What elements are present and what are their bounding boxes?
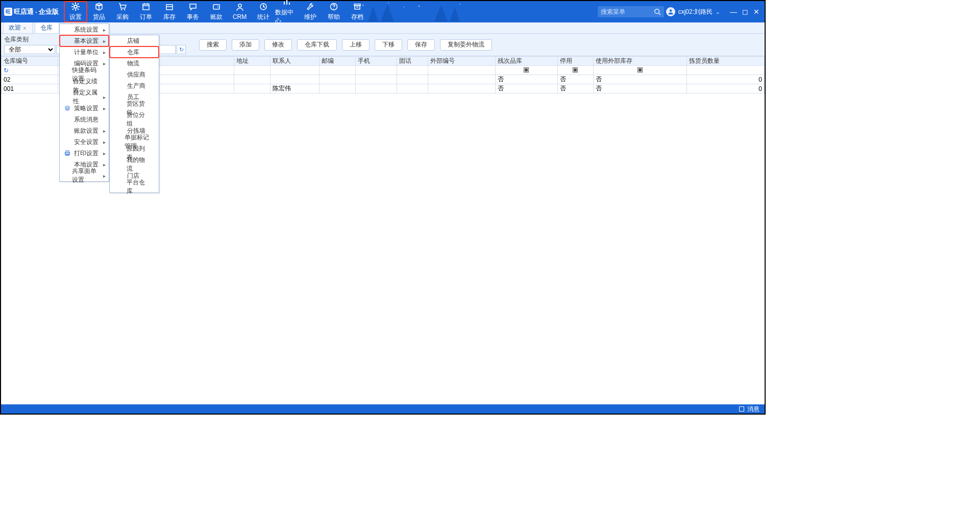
menu-item-label: 仓库 — [127, 48, 139, 57]
reload-name-button[interactable]: ↻ — [177, 45, 186, 54]
col-外部编号[interactable]: 外部编号 — [428, 57, 496, 66]
filter-cell[interactable] — [687, 66, 764, 75]
menu-订单[interactable]: 订单 — [134, 1, 158, 22]
menu-item-label: 策略设置 — [74, 104, 99, 113]
svg-point-24 — [669, 10, 672, 12]
menu-帮助[interactable]: 帮助 — [322, 1, 346, 22]
filter-cell[interactable] — [356, 66, 397, 75]
window-buttons: — ◻ ✕ — [725, 1, 765, 22]
menu-item-共享面单设置[interactable]: 共享面单设置▸ — [60, 170, 109, 181]
menu-采购[interactable]: 采购 — [111, 1, 134, 22]
cell: 否 — [557, 84, 594, 93]
menu-设置[interactable]: 设置 — [64, 1, 87, 22]
btn-保存[interactable]: 保存 — [407, 39, 435, 51]
cell: 001 — [2, 84, 58, 93]
menu-库存[interactable]: 库存 — [158, 1, 181, 22]
menu-货品[interactable]: 货品 — [87, 1, 111, 22]
svg-point-7 — [238, 4, 241, 7]
col-拣货员数量[interactable]: 拣货员数量 — [687, 57, 764, 66]
cube-icon — [95, 3, 103, 12]
reload-icon[interactable]: ↻ — [4, 67, 9, 74]
menu-item-计量单位[interactable]: 计量单位▸ — [60, 46, 109, 58]
menu-item-label: 系统消息 — [74, 115, 99, 124]
col-仓库编号[interactable]: 仓库编号 — [2, 57, 58, 66]
user-box[interactable]: cxj02:刘路民 ⌄ — [666, 1, 720, 22]
menu-item-打印设置[interactable]: 打印设置▸ — [60, 148, 109, 159]
menu-事务[interactable]: 事务 — [181, 1, 205, 22]
filter-cell[interactable] — [271, 66, 320, 75]
menu-维护[interactable]: 维护 — [299, 1, 322, 22]
close-button[interactable]: ✕ — [753, 8, 760, 16]
filter-cell[interactable] — [428, 66, 496, 75]
filter-cell[interactable] — [320, 66, 356, 75]
menu-item-生产商[interactable]: 生产商 — [110, 80, 159, 91]
col-使用外部库存[interactable]: 使用外部库存 — [594, 57, 687, 66]
menu-item-物流[interactable]: 物流 — [110, 58, 159, 69]
menu-item-label: 打印设置 — [74, 149, 99, 158]
col-地址[interactable]: 地址 — [234, 57, 271, 66]
search-icon[interactable] — [654, 8, 661, 15]
col-固话[interactable]: 固话 — [397, 57, 428, 66]
checkbox-indeterminate-icon[interactable] — [573, 67, 578, 73]
chevron-right-icon: ▸ — [103, 139, 106, 145]
menu-item-平台仓库[interactable]: 平台仓库 — [110, 181, 159, 192]
menu-item-仓库[interactable]: 仓库 — [110, 46, 159, 58]
filter-cell[interactable] — [594, 66, 687, 75]
col-停用[interactable]: 停用 — [557, 57, 594, 66]
menu-item-账款设置[interactable]: 账款设置▸ — [60, 125, 109, 136]
menu-item-label: 物流 — [127, 59, 139, 68]
filter-cell[interactable] — [495, 66, 557, 75]
btn-复制委外物流[interactable]: 复制委外物流 — [440, 39, 492, 51]
filter-cell[interactable] — [557, 66, 594, 75]
col-邮编[interactable]: 邮编 — [320, 57, 356, 66]
col-联系人[interactable]: 联系人 — [271, 57, 320, 66]
btn-下移[interactable]: 下移 — [375, 39, 402, 51]
decorative-trees-icon — [358, 1, 470, 22]
wrench-icon — [306, 3, 314, 12]
menu-item-系统设置[interactable]: 系统设置▸ — [60, 24, 109, 35]
menu-CRM[interactable]: CRM — [228, 1, 252, 22]
menu-item-策略设置[interactable]: 策略设置▸ — [60, 103, 109, 114]
chevron-right-icon: ▸ — [103, 106, 106, 111]
filter-type-select[interactable]: 全部 — [4, 45, 55, 54]
minimize-button[interactable]: — — [730, 8, 737, 16]
menu-item-自定义属性[interactable]: 自定义属性▸ — [60, 91, 109, 103]
cart-icon — [118, 3, 127, 12]
menu-item-基本设置[interactable]: 基本设置▸ — [60, 35, 109, 46]
btn-上移[interactable]: 上移 — [342, 39, 370, 51]
filter-cell[interactable] — [397, 66, 428, 75]
svg-marker-15 — [434, 5, 448, 21]
cell: 02 — [2, 75, 58, 84]
cell: 0 — [687, 75, 764, 84]
checkbox-indeterminate-icon[interactable] — [524, 67, 529, 73]
menu-item-我的物流[interactable]: 我的物流 — [110, 159, 159, 170]
menu-数据中心[interactable]: 数据中心 — [275, 1, 299, 22]
filter-cell[interactable] — [234, 66, 271, 75]
svg-point-17 — [362, 5, 363, 6]
btn-修改[interactable]: 修改 — [264, 39, 292, 51]
menu-item-label: 供应商 — [127, 70, 145, 79]
checkbox-indeterminate-icon[interactable] — [638, 67, 643, 73]
tab-close-icon[interactable]: × — [23, 25, 26, 31]
btn-添加[interactable]: 添加 — [232, 39, 259, 51]
btn-仓库下载[interactable]: 仓库下载 — [297, 39, 337, 51]
col-手机[interactable]: 手机 — [356, 57, 397, 66]
avatar-icon — [666, 7, 675, 16]
menu-统计[interactable]: 统计 — [252, 1, 275, 22]
menu-账款[interactable]: 账款 — [205, 1, 228, 22]
tab-欢迎[interactable]: 欢迎× — [3, 22, 33, 33]
menu-item-供应商[interactable]: 供应商 — [110, 69, 159, 80]
maximize-button[interactable]: ◻ — [742, 8, 748, 16]
tab-仓库[interactable]: 仓库 — [35, 22, 59, 33]
btn-搜索[interactable]: 搜索 — [199, 39, 227, 51]
filter-cell[interactable]: ↻ — [2, 66, 58, 75]
menu-item-货位分组[interactable]: 货位分组 — [110, 114, 159, 125]
col-残次品库[interactable]: 残次品库 — [495, 57, 557, 66]
menu-label: 事务 — [187, 13, 199, 21]
cell: 0 — [687, 84, 764, 93]
menu-item-系统消息[interactable]: 系统消息 — [60, 114, 109, 125]
menu-item-安全设置[interactable]: 安全设置▸ — [60, 136, 109, 148]
status-checkbox-icon[interactable] — [739, 406, 744, 412]
menu-item-店铺[interactable]: 店铺 — [110, 35, 159, 46]
cell: 否 — [594, 75, 687, 84]
